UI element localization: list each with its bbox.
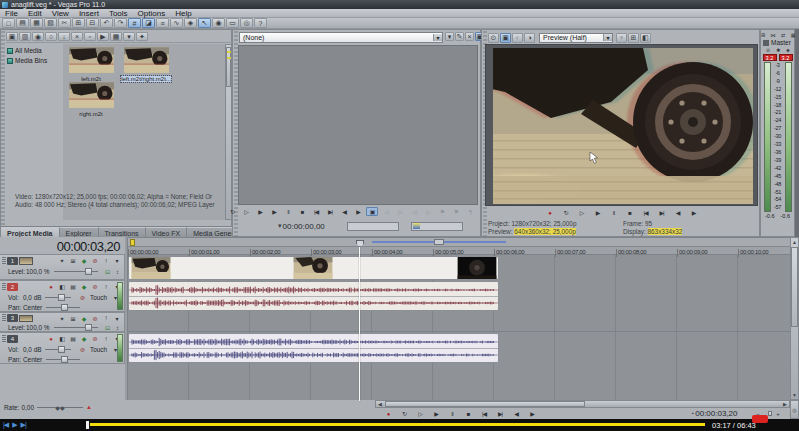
redo-icon[interactable]: ↷	[114, 18, 127, 28]
select-right-half-icon[interactable]: ▷	[422, 207, 434, 216]
media-item-left[interactable]: left.m2t	[66, 47, 116, 82]
v-scroll-thumb[interactable]	[791, 247, 798, 327]
remove-media-icon[interactable]: ×	[71, 32, 83, 41]
scroll-left-icon[interactable]: ◀	[376, 401, 384, 407]
pause-icon[interactable]: ‖	[607, 208, 621, 217]
automation-mode[interactable]: Touch	[90, 346, 107, 353]
audio-event[interactable]	[128, 333, 499, 363]
pause-icon[interactable]: ‖	[445, 409, 459, 418]
cut-icon[interactable]: ✂	[58, 18, 71, 28]
compositing-mode-icon[interactable]: ▾	[112, 315, 121, 322]
track-mute-icon[interactable]: ⊘	[90, 283, 99, 291]
prev-frame-icon[interactable]: ◀	[338, 207, 350, 216]
slider-knob[interactable]	[58, 346, 65, 353]
track-phase-icon[interactable]: ◧	[57, 335, 66, 343]
rate-slider-knob[interactable]: ◆◆	[55, 404, 64, 411]
go-to-start-icon[interactable]: |◀	[639, 208, 653, 217]
playhead-line[interactable]	[359, 247, 360, 401]
overlay-dropdown-icon[interactable]: ▾	[616, 33, 627, 43]
media-properties-icon[interactable]: ▫	[84, 32, 96, 41]
loop-playback-icon[interactable]: ↻	[559, 208, 573, 217]
v-zoom-corner[interactable]: ◎	[790, 400, 799, 419]
trimmer-history-dropdown-icon[interactable]: ▾	[445, 32, 454, 41]
copy-icon[interactable]: ⊞	[72, 18, 85, 28]
pan-slider[interactable]	[46, 307, 80, 308]
menu-options[interactable]: Options	[133, 9, 171, 18]
prev-frame-icon[interactable]: ◀	[509, 409, 523, 418]
media-properties-icon[interactable]: ¶	[464, 207, 476, 216]
scroll-down-icon[interactable]: ▼	[791, 391, 798, 399]
audio-event[interactable]	[128, 281, 499, 311]
master-mute-icon[interactable]: ⊘	[764, 46, 772, 53]
insert-bus-icon[interactable]: ⊞	[759, 31, 767, 38]
stop-icon[interactable]: ■	[296, 207, 308, 216]
panel-grip[interactable]	[1, 31, 5, 237]
track-solo-icon[interactable]: !	[101, 335, 110, 343]
play-icon[interactable]: ▶	[591, 208, 605, 217]
marker-bar[interactable]	[128, 238, 799, 247]
mixer-layout-icon[interactable]: ⇄	[779, 31, 787, 38]
timeline-marker[interactable]	[130, 239, 135, 246]
zoom-edit-tool-icon[interactable]: ◎	[240, 18, 253, 28]
views-icon[interactable]: ▦	[110, 32, 122, 41]
header-splitter[interactable]	[125, 237, 128, 400]
get-media-from-web-icon[interactable]: ↓	[58, 32, 70, 41]
clip-indicator-left[interactable]: 3.2	[763, 54, 777, 61]
next-frame-icon[interactable]: ▶	[525, 409, 539, 418]
track-height-icon[interactable]: ⊡	[103, 268, 111, 276]
timeline-h-scrollbar[interactable]: ◀ ▶	[375, 400, 790, 408]
import-media-icon[interactable]: ▥	[19, 32, 31, 41]
record-arm-icon[interactable]: ●	[46, 283, 55, 291]
enable-snapping-icon[interactable]: #	[128, 18, 141, 28]
timeline-events-area[interactable]: 00:00:00,0000:00:01,0000:00:02,0000:00:0…	[128, 237, 799, 400]
slider-knob[interactable]	[61, 304, 68, 311]
pan-value[interactable]: Center	[23, 304, 42, 311]
next-frame-icon[interactable]: ▶	[687, 208, 701, 217]
menu-help[interactable]: Help	[170, 9, 196, 18]
paste-icon[interactable]: ⊟	[86, 18, 99, 28]
track-header-video-1[interactable]: 1 ✦⊞◆⊘!▾ Level: 100,0 % ⊡↕	[0, 254, 125, 280]
track-fx-icon[interactable]: ◆	[79, 315, 88, 322]
media-scrollbar-thumb[interactable]	[226, 47, 231, 87]
automation-mode[interactable]: Touch	[90, 294, 107, 301]
bypass-motion-blur-icon[interactable]: ✦	[57, 257, 66, 265]
video-event[interactable]	[128, 256, 499, 280]
record-icon[interactable]: ●	[381, 409, 395, 418]
track-grip[interactable]	[2, 335, 6, 343]
zoom-slider-knob[interactable]	[768, 411, 772, 416]
show-markers-icon[interactable]: ⚑	[450, 207, 462, 216]
master-fx-icon[interactable]: ◈	[784, 46, 792, 53]
chevron-down-icon[interactable]: ▾	[433, 34, 442, 41]
external-monitor-icon[interactable]: ▣	[500, 33, 511, 43]
scroll-right-icon[interactable]: ▶	[781, 401, 789, 407]
sync-cursor-icon[interactable]: ▣	[366, 207, 378, 216]
timeline-v-scrollbar[interactable]: ▲ ▼	[790, 237, 799, 400]
envelope-edit-tool-icon[interactable]: ◉	[212, 18, 225, 28]
fade-lanes-icon[interactable]: ↕	[113, 268, 121, 276]
automation-mute-icon[interactable]: ⊘	[76, 345, 88, 354]
zoom-in-time-icon[interactable]: +	[772, 409, 784, 418]
open-project-icon[interactable]: ▤	[16, 18, 29, 28]
record-arm-icon[interactable]: ●	[46, 335, 55, 343]
menu-insert[interactable]: Insert	[74, 9, 104, 18]
tree-all-media[interactable]: All Media	[7, 46, 63, 55]
selection-edit-tool-icon[interactable]: ▭	[226, 18, 239, 28]
player-play-icon[interactable]: ▶	[12, 421, 16, 429]
fade-lanes-icon[interactable]: ↕	[113, 324, 121, 331]
menu-edit[interactable]: Edit	[23, 9, 47, 18]
stop-icon[interactable]: ■	[623, 208, 637, 217]
track-header-video-3[interactable]: 3 ✦⊞◆⊘!▾ Level: 100,0 % ⊡↕	[0, 312, 125, 332]
views-dropdown-icon[interactable]: ▾	[123, 32, 135, 41]
track-mute-icon[interactable]: ⊘	[90, 315, 99, 322]
normal-edit-tool-icon[interactable]: ↖	[198, 18, 211, 28]
track-motion-icon[interactable]: ⊞	[68, 257, 77, 265]
rate-slider[interactable]: ◆◆	[37, 407, 83, 408]
go-to-end-icon[interactable]: ▶|	[493, 409, 507, 418]
master-meter-right[interactable]	[785, 62, 792, 212]
ignore-grouping-icon[interactable]: ◈	[184, 18, 197, 28]
player-prev-icon[interactable]: |◀	[3, 421, 8, 429]
track-row-video-1[interactable]	[128, 255, 799, 281]
master-meter-left[interactable]	[764, 62, 771, 212]
track-header-audio-4[interactable]: 4 ●◧▤◆⊘!▾ Vol: 0,0 dB ⊘ Touch ▾ Pan: Cen…	[0, 332, 125, 364]
stop-icon[interactable]: ■	[461, 409, 475, 418]
